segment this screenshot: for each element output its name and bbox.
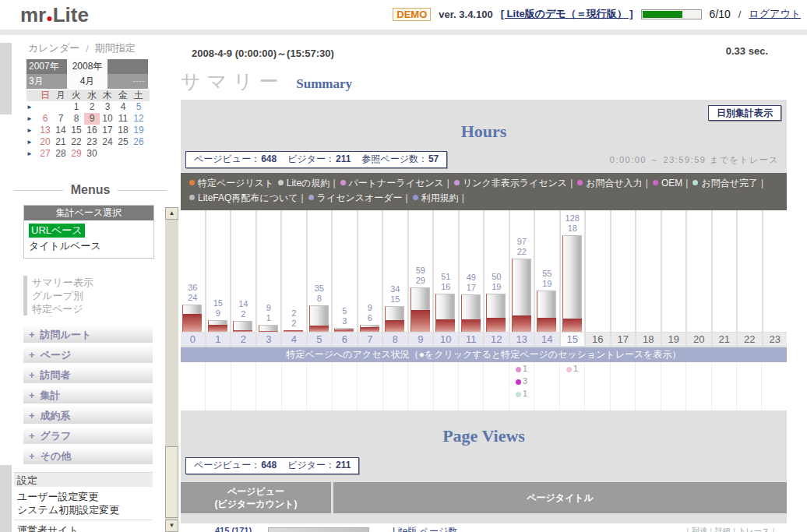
pageview-bar[interactable] <box>512 259 531 332</box>
sidebar-accordion-item[interactable]: +訪問者 <box>23 367 153 383</box>
dot-icon[interactable] <box>516 367 521 372</box>
settings-link[interactable]: システム初期設定変更 <box>17 503 153 516</box>
pageview-bar[interactable] <box>284 330 303 332</box>
calendar-year-current[interactable]: 2008年 <box>67 59 107 74</box>
logout-link[interactable]: ログアウト <box>749 7 801 21</box>
sidebar-accordion-item[interactable]: +集計 <box>23 387 153 403</box>
url-base-option[interactable]: URLベース <box>29 224 85 238</box>
hour-axis-label[interactable]: 23 <box>763 333 788 346</box>
hour-axis-label[interactable]: 16 <box>586 333 610 346</box>
hour-axis-label[interactable]: 4 <box>282 333 306 346</box>
hour-axis-label[interactable]: 5 <box>308 333 332 346</box>
session-trace-dot[interactable]: 1 <box>509 389 534 398</box>
daily-summary-button[interactable]: 日別集計表示 <box>708 105 781 121</box>
sidebar-accordion-item[interactable]: +グラフ <box>23 428 153 444</box>
visitor-bar[interactable] <box>310 326 329 332</box>
hour-axis-label[interactable]: 9 <box>409 333 433 346</box>
visitor-bar[interactable] <box>487 318 506 332</box>
hour-axis-label[interactable]: 8 <box>383 333 407 346</box>
session-trace-dot[interactable]: 1 <box>509 364 534 373</box>
calendar-day[interactable]: 12 <box>131 113 146 125</box>
pageview-bar[interactable] <box>461 294 481 332</box>
sidebar-view-link[interactable]: サマリー表示 <box>32 276 157 289</box>
hour-axis-label[interactable]: 7 <box>358 333 382 346</box>
visitor-bar[interactable] <box>234 330 252 332</box>
pageview-bar[interactable] <box>233 321 252 332</box>
hour-axis-label[interactable]: 3 <box>257 333 281 346</box>
calendar-day[interactable]: 6 <box>37 113 53 125</box>
edition-link[interactable]: [ Lite版のデモ（＝現行版） ] <box>501 7 633 21</box>
calendar-day[interactable]: 5 <box>131 101 146 113</box>
hour-axis-label[interactable]: 0 <box>181 333 205 346</box>
calendar-day[interactable]: 7 <box>53 113 69 125</box>
tracked-page-link[interactable]: LiteFAQ再配布について <box>188 192 298 203</box>
dot-icon[interactable] <box>566 367 572 372</box>
sidebar-view-link[interactable]: グループ別 <box>32 289 157 302</box>
pageview-bar[interactable] <box>334 328 354 332</box>
calendar-day[interactable]: 26 <box>131 136 146 148</box>
tab-calendar[interactable]: カレンダー <box>28 41 79 55</box>
tracked-page-link[interactable]: Liteの規約 <box>277 178 330 188</box>
sidebar-accordion-item[interactable]: +訪問ルート <box>23 326 153 343</box>
visitor-bar[interactable] <box>259 331 278 332</box>
calendar-month-current[interactable]: 4月 <box>67 74 107 89</box>
hour-axis-label[interactable]: 13 <box>510 333 534 346</box>
calendar-day[interactable]: 17 <box>100 125 115 136</box>
scrollbar-down-arrow[interactable]: ▼ <box>165 520 178 532</box>
pageview-bar[interactable] <box>537 291 556 332</box>
hour-axis-label[interactable]: 11 <box>460 333 484 346</box>
week-arrow-icon[interactable]: ► <box>26 125 37 136</box>
calendar-day[interactable]: 1 <box>69 101 84 113</box>
tab-period[interactable]: 期間指定 <box>95 41 136 55</box>
visitor-bar[interactable] <box>284 330 303 332</box>
hour-axis-label[interactable]: 2 <box>231 333 255 346</box>
session-trace-dot[interactable]: 1 <box>560 364 584 373</box>
calendar-day[interactable]: 21 <box>53 136 69 148</box>
tracked-page-link[interactable]: 利用規約 <box>411 192 459 203</box>
hour-axis-label[interactable]: 1 <box>206 333 231 346</box>
calendar-day[interactable]: 18 <box>115 125 131 136</box>
hour-axis-label[interactable]: 21 <box>713 333 737 346</box>
session-trace-dot[interactable]: 3 <box>509 376 534 386</box>
hour-axis-label[interactable]: 17 <box>611 333 636 346</box>
sidebar-accordion-item[interactable]: +ページ <box>23 347 153 363</box>
hour-axis-label[interactable]: 15 <box>561 333 585 346</box>
row-action-links[interactable]: ｜到達｜詳細｜トレース｜ <box>684 526 777 532</box>
dot-icon[interactable] <box>516 392 521 397</box>
sidebar-scrollbar[interactable]: ▲ ▼ <box>165 207 178 532</box>
calendar-day[interactable]: 24 <box>100 136 115 148</box>
pageview-bar[interactable] <box>309 305 329 332</box>
pageview-bar[interactable] <box>182 305 202 332</box>
title-base-option[interactable]: タイトルベース <box>29 239 149 253</box>
visitor-bar[interactable] <box>537 318 556 332</box>
hour-axis-label[interactable]: 10 <box>434 333 458 346</box>
calendar-day[interactable]: 16 <box>84 125 100 136</box>
visitor-bar[interactable] <box>183 314 202 332</box>
hour-axis-label[interactable]: 19 <box>662 333 686 346</box>
operator-site-link[interactable]: 運営者サイト <box>14 520 153 532</box>
pageview-bar[interactable] <box>435 294 455 332</box>
calendar-day[interactable]: 25 <box>115 136 131 148</box>
calendar-day[interactable]: 13 <box>37 125 53 136</box>
visitor-bar[interactable] <box>335 329 354 332</box>
visitor-bar[interactable] <box>209 325 227 332</box>
tracked-page-link[interactable]: パートナーライセンス <box>339 178 444 188</box>
visitor-bar[interactable] <box>563 319 582 332</box>
calendar-day[interactable]: 9 <box>84 113 100 125</box>
calendar-day[interactable]: 19 <box>131 125 146 136</box>
calendar-month-prev[interactable]: 3月 <box>26 74 67 89</box>
visitor-bar[interactable] <box>513 315 531 332</box>
visitor-bar[interactable] <box>361 327 379 332</box>
calendar-day[interactable]: 23 <box>84 136 100 148</box>
calendar-day[interactable]: 10 <box>100 113 115 125</box>
hour-axis-label[interactable]: 6 <box>333 333 357 346</box>
calendar-day[interactable]: 4 <box>115 101 131 113</box>
week-arrow-icon[interactable]: ► <box>26 113 37 125</box>
calendar-day[interactable]: 3 <box>100 101 115 113</box>
row-page-title-link[interactable]: Lite版 ページ数 <box>393 525 457 532</box>
calendar-day[interactable]: 20 <box>37 136 53 148</box>
hour-axis-label[interactable]: 14 <box>535 333 559 346</box>
tracked-page-link[interactable]: お問合せ入力 <box>576 178 643 188</box>
pageview-bar[interactable] <box>385 306 404 332</box>
week-arrow-icon[interactable]: ► <box>26 148 37 160</box>
